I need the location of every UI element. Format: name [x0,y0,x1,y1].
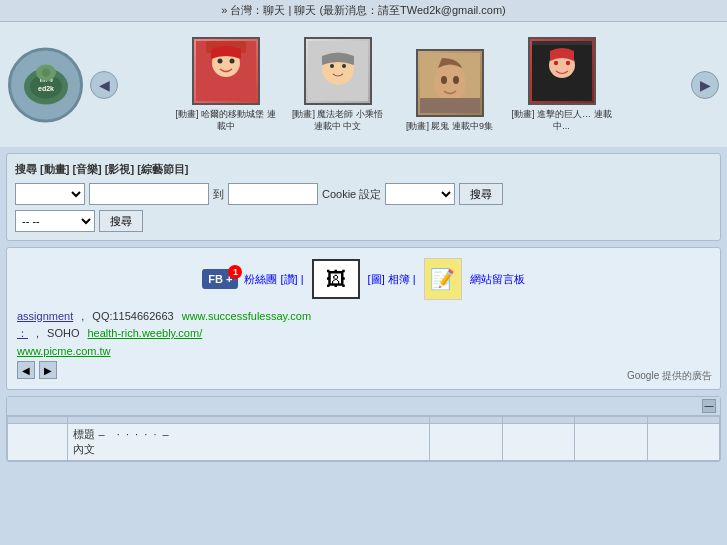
ad-text-row-3: www.picme.com.tw [17,345,710,357]
filter-cookie-label: Cookie 設定 [322,187,381,202]
site-logo: 台灣 ed2k [8,47,83,122]
svg-point-23 [565,61,569,65]
ad-navigation-row: ◀ ▶ [17,361,710,379]
thumb-image-4 [528,37,596,105]
filter-to-label: 到 [213,187,224,202]
ad-text-row-2: ： , SOHO health-rich.weebly.com/ [17,326,710,341]
image-icon-box[interactable]: 🖼 [312,259,360,299]
thumbnails-row: [動畫] 哈爾的移動城堡 連載中 [動畫] 魔法老師 小乘悟 連載中 中文 [176,37,612,132]
image-link-text[interactable]: [圖] 相簿 | [368,272,416,287]
table-minimize-button[interactable]: — [702,399,716,413]
thumb-item-3[interactable]: [動畫] 屍鬼 連載中9集 [400,49,500,133]
filter-search-button[interactable]: 搜尋 [459,183,503,205]
assignment-link[interactable]: assignment [17,310,73,322]
ad-nav-prev-button[interactable]: ◀ [17,361,35,379]
ad-top-row: FB + 1 粉絲團 [讚] | 🖼 [圖] 相簿 | 📝 [17,258,710,300]
col-header-1 [8,417,68,424]
top-bar-text: » 台灣：聊天 | 聊天 (最新消息：請至TWed2k@gmail.com) [221,4,506,16]
svg-text:ed2k: ed2k [38,85,54,92]
table-cell-1 [8,424,68,461]
soho-text: SOHO [47,327,79,339]
table-cell-5 [575,424,647,461]
col-header-2 [68,417,430,424]
note-icon-box[interactable]: 📝 [424,258,462,300]
col-header-5 [575,417,647,424]
svg-point-22 [553,61,557,65]
table-cell-2: 標題 – · · · · · – 內文 [68,424,430,461]
svg-point-8 [217,58,222,63]
thumb-image-1 [192,37,260,105]
google-credit: Google 提供的廣告 [627,369,712,383]
col-header-3 [430,417,502,424]
filter-input-1[interactable] [89,183,209,205]
table-cell-6 [647,424,719,461]
fb-badge[interactable]: FB + 1 [202,269,238,289]
filter-time-select[interactable]: -- -- [15,210,95,232]
thumb-item-1[interactable]: [動畫] 哈爾的移動城堡 連載中 [176,37,276,132]
qq-text: QQ:1154662663 [92,310,173,322]
fb-link[interactable]: 粉絲團 [讚] | [244,273,303,285]
svg-point-14 [342,64,346,68]
filter-panel: 搜尋 [動畫] [音樂] [影視] [綜藝節目] 到 Cookie 設定 搜尋 … [6,153,721,241]
health-url-link[interactable]: health-rich.weebly.com/ [87,327,202,339]
thumb-label-3: [動畫] 屍鬼 連載中9集 [406,121,493,133]
note-icon: 📝 [430,267,455,291]
svg-rect-19 [420,98,480,113]
top-bar: » 台灣：聊天 | 聊天 (最新消息：請至TWed2k@gmail.com) [0,0,727,22]
fb-count-badge: 1 [228,265,242,279]
note-link[interactable]: 網站留言板 [470,273,525,285]
col-header-6 [647,417,719,424]
nav-area: 台灣 ed2k ◀ [0,22,727,147]
svg-point-13 [330,64,334,68]
svg-point-17 [441,76,447,84]
svg-point-16 [434,63,466,103]
filter-go-button[interactable]: 搜尋 [99,210,143,232]
picme-url-link[interactable]: www.picme.com.tw [17,345,111,357]
ad-panel: FB + 1 粉絲團 [讚] | 🖼 [圖] 相簿 | 📝 [6,247,721,390]
image-icon: 🖼 [326,268,346,291]
thumb-image-3 [416,49,484,117]
ad-inner: FB + 1 粉絲團 [讚] | 🖼 [圖] 相簿 | 📝 [17,258,710,379]
table-cell-4 [502,424,574,461]
filter-row-1: 到 Cookie 設定 搜尋 [15,183,712,205]
filter-select-1[interactable] [15,183,85,205]
fb-link-text[interactable]: 粉絲團 [讚] | [244,272,303,287]
table-cell-3 [430,424,502,461]
thumb-label-4: [動畫] 進擊的巨人… 連載 中... [512,109,612,132]
filter-select-2[interactable] [385,183,455,205]
note-link-text[interactable]: 網站留言板 [470,272,525,287]
table-header-row [8,417,720,424]
thumb-label-1: [動畫] 哈爾的移動城堡 連載中 [176,109,276,132]
col-header-4 [502,417,574,424]
table-cell-content-2: 標題 – · · · · · – 內文 [73,427,424,457]
image-link[interactable]: [圖] 相簿 | [368,273,416,285]
thumb-item-4[interactable]: [動畫] 進擊的巨人… 連載 中... [512,37,612,132]
filter-title: 搜尋 [動畫] [音樂] [影視] [綜藝節目] [15,162,712,177]
colon-link[interactable]: ： [17,326,28,341]
nav-forward-button[interactable]: ▶ [691,71,719,99]
filter-row-2: -- -- 搜尋 [15,210,712,232]
svg-point-9 [229,58,234,63]
table-row: 標題 – · · · · · – 內文 [8,424,720,461]
filter-input-2[interactable] [228,183,318,205]
svg-point-18 [453,76,459,84]
table-panel: — 標題 – · · · · · – 內文 [6,396,721,462]
thumb-image-2 [304,37,372,105]
ad-text-row-1: assignment , QQ:1154662663 www.successfu… [17,310,710,322]
svg-rect-24 [532,41,592,45]
data-table: 標題 – · · · · · – 內文 [7,416,720,461]
thumb-label-2: [動畫] 魔法老師 小乘悟 連載中 中文 [288,109,388,132]
svg-point-5 [42,69,50,77]
table-panel-header: — [7,397,720,416]
ad-nav-next-button[interactable]: ▶ [39,361,57,379]
nav-back-button[interactable]: ◀ [90,71,118,99]
qq-url-link[interactable]: www.successfulessay.com [182,310,311,322]
thumb-item-2[interactable]: [動畫] 魔法老師 小乘悟 連載中 中文 [288,37,388,132]
